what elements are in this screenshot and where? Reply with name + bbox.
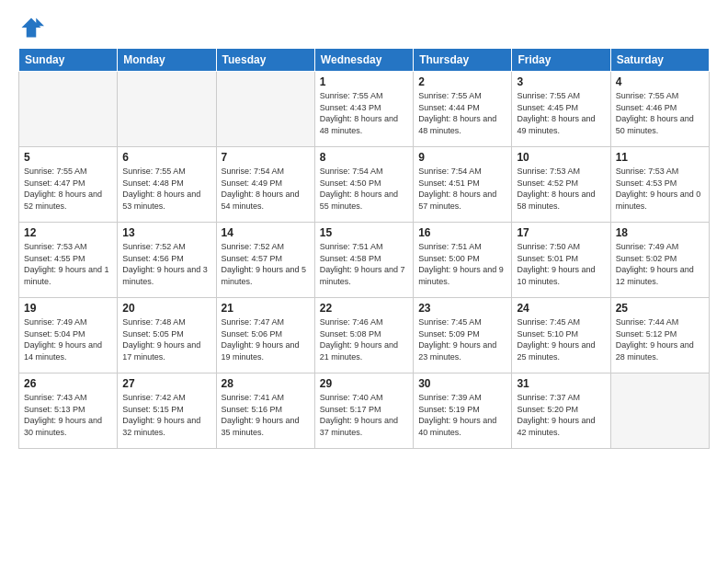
week-row-1: 1Sunrise: 7:55 AMSunset: 4:43 PMDaylight… xyxy=(19,72,710,147)
cell-info: Sunrise: 7:49 AMSunset: 5:04 PMDaylight:… xyxy=(24,316,112,362)
logo-icon xyxy=(18,15,44,40)
weekday-header-thursday: Thursday xyxy=(414,49,512,72)
calendar-cell: 29Sunrise: 7:40 AMSunset: 5:17 PMDayligh… xyxy=(314,373,413,449)
calendar-cell xyxy=(216,72,314,147)
week-row-5: 26Sunrise: 7:43 AMSunset: 5:13 PMDayligh… xyxy=(19,373,710,449)
calendar-cell: 5Sunrise: 7:55 AMSunset: 4:47 PMDaylight… xyxy=(19,147,118,223)
week-row-4: 19Sunrise: 7:49 AMSunset: 5:04 PMDayligh… xyxy=(19,298,710,373)
cell-info: Sunrise: 7:43 AMSunset: 5:13 PMDaylight:… xyxy=(24,392,112,438)
day-number: 17 xyxy=(517,226,605,239)
cell-info: Sunrise: 7:54 AMSunset: 4:50 PMDaylight:… xyxy=(320,166,408,212)
day-number: 31 xyxy=(517,377,605,390)
cell-info: Sunrise: 7:55 AMSunset: 4:44 PMDaylight:… xyxy=(418,90,506,136)
cell-info: Sunrise: 7:55 AMSunset: 4:43 PMDaylight:… xyxy=(320,90,408,136)
calendar-cell: 15Sunrise: 7:51 AMSunset: 4:58 PMDayligh… xyxy=(314,223,413,298)
day-number: 13 xyxy=(122,226,210,239)
day-number: 29 xyxy=(320,377,408,390)
day-number: 18 xyxy=(616,226,704,239)
cell-info: Sunrise: 7:48 AMSunset: 5:05 PMDaylight:… xyxy=(122,316,210,362)
calendar-cell: 25Sunrise: 7:44 AMSunset: 5:12 PMDayligh… xyxy=(610,298,709,373)
day-number: 7 xyxy=(222,151,310,164)
cell-info: Sunrise: 7:45 AMSunset: 5:10 PMDaylight:… xyxy=(517,316,605,362)
cell-info: Sunrise: 7:55 AMSunset: 4:47 PMDaylight:… xyxy=(24,166,112,212)
calendar: SundayMondayTuesdayWednesdayThursdayFrid… xyxy=(18,48,710,449)
calendar-cell: 1Sunrise: 7:55 AMSunset: 4:43 PMDaylight… xyxy=(314,72,413,147)
cell-info: Sunrise: 7:55 AMSunset: 4:46 PMDaylight:… xyxy=(616,90,704,136)
calendar-cell: 10Sunrise: 7:53 AMSunset: 4:52 PMDayligh… xyxy=(512,147,610,223)
day-number: 27 xyxy=(122,377,210,390)
day-number: 3 xyxy=(517,75,605,88)
cell-info: Sunrise: 7:42 AMSunset: 5:15 PMDaylight:… xyxy=(122,392,210,438)
weekday-header-monday: Monday xyxy=(118,49,216,72)
calendar-cell: 22Sunrise: 7:46 AMSunset: 5:08 PMDayligh… xyxy=(314,298,413,373)
day-number: 6 xyxy=(122,151,210,164)
calendar-cell: 6Sunrise: 7:55 AMSunset: 4:48 PMDaylight… xyxy=(118,147,216,223)
weekday-header-row: SundayMondayTuesdayWednesdayThursdayFrid… xyxy=(19,49,710,72)
cell-info: Sunrise: 7:49 AMSunset: 5:02 PMDaylight:… xyxy=(616,241,704,287)
day-number: 16 xyxy=(418,226,506,239)
calendar-cell: 21Sunrise: 7:47 AMSunset: 5:06 PMDayligh… xyxy=(216,298,314,373)
cell-info: Sunrise: 7:55 AMSunset: 4:45 PMDaylight:… xyxy=(517,90,605,136)
calendar-cell: 31Sunrise: 7:37 AMSunset: 5:20 PMDayligh… xyxy=(512,373,610,449)
weekday-header-sunday: Sunday xyxy=(19,49,118,72)
calendar-cell: 23Sunrise: 7:45 AMSunset: 5:09 PMDayligh… xyxy=(414,298,512,373)
cell-info: Sunrise: 7:41 AMSunset: 5:16 PMDaylight:… xyxy=(222,392,310,438)
cell-info: Sunrise: 7:54 AMSunset: 4:51 PMDaylight:… xyxy=(418,166,506,212)
calendar-cell: 27Sunrise: 7:42 AMSunset: 5:15 PMDayligh… xyxy=(118,373,216,449)
cell-info: Sunrise: 7:51 AMSunset: 5:00 PMDaylight:… xyxy=(418,241,506,287)
day-number: 20 xyxy=(122,302,210,315)
day-number: 28 xyxy=(222,377,310,390)
cell-info: Sunrise: 7:47 AMSunset: 5:06 PMDaylight:… xyxy=(222,316,310,362)
cell-info: Sunrise: 7:53 AMSunset: 4:53 PMDaylight:… xyxy=(616,166,704,212)
cell-info: Sunrise: 7:50 AMSunset: 5:01 PMDaylight:… xyxy=(517,241,605,287)
calendar-cell: 30Sunrise: 7:39 AMSunset: 5:19 PMDayligh… xyxy=(414,373,512,449)
header xyxy=(18,15,710,40)
cell-info: Sunrise: 7:52 AMSunset: 4:56 PMDaylight:… xyxy=(122,241,210,287)
day-number: 10 xyxy=(517,151,605,164)
day-number: 4 xyxy=(616,75,704,88)
calendar-cell: 26Sunrise: 7:43 AMSunset: 5:13 PMDayligh… xyxy=(19,373,118,449)
day-number: 19 xyxy=(24,302,112,315)
cell-info: Sunrise: 7:40 AMSunset: 5:17 PMDaylight:… xyxy=(320,392,408,438)
cell-info: Sunrise: 7:55 AMSunset: 4:48 PMDaylight:… xyxy=(122,166,210,212)
cell-info: Sunrise: 7:46 AMSunset: 5:08 PMDaylight:… xyxy=(320,316,408,362)
week-row-2: 5Sunrise: 7:55 AMSunset: 4:47 PMDaylight… xyxy=(19,147,710,223)
cell-info: Sunrise: 7:52 AMSunset: 4:57 PMDaylight:… xyxy=(222,241,310,287)
cell-info: Sunrise: 7:51 AMSunset: 4:58 PMDaylight:… xyxy=(320,241,408,287)
day-number: 9 xyxy=(418,151,506,164)
calendar-cell: 3Sunrise: 7:55 AMSunset: 4:45 PMDaylight… xyxy=(512,72,610,147)
day-number: 30 xyxy=(418,377,506,390)
calendar-cell: 18Sunrise: 7:49 AMSunset: 5:02 PMDayligh… xyxy=(610,223,709,298)
calendar-cell: 24Sunrise: 7:45 AMSunset: 5:10 PMDayligh… xyxy=(512,298,610,373)
page: SundayMondayTuesdayWednesdayThursdayFrid… xyxy=(0,0,728,563)
cell-info: Sunrise: 7:54 AMSunset: 4:49 PMDaylight:… xyxy=(222,166,310,212)
cell-info: Sunrise: 7:44 AMSunset: 5:12 PMDaylight:… xyxy=(616,316,704,362)
calendar-cell xyxy=(610,373,709,449)
day-number: 15 xyxy=(320,226,408,239)
weekday-header-wednesday: Wednesday xyxy=(314,49,413,72)
day-number: 5 xyxy=(24,151,112,164)
weekday-header-friday: Friday xyxy=(512,49,610,72)
day-number: 25 xyxy=(616,302,704,315)
calendar-cell: 17Sunrise: 7:50 AMSunset: 5:01 PMDayligh… xyxy=(512,223,610,298)
cell-info: Sunrise: 7:53 AMSunset: 4:55 PMDaylight:… xyxy=(24,241,112,287)
cell-info: Sunrise: 7:37 AMSunset: 5:20 PMDaylight:… xyxy=(517,392,605,438)
calendar-cell: 16Sunrise: 7:51 AMSunset: 5:00 PMDayligh… xyxy=(414,223,512,298)
day-number: 12 xyxy=(24,226,112,239)
calendar-cell xyxy=(19,72,118,147)
calendar-cell: 11Sunrise: 7:53 AMSunset: 4:53 PMDayligh… xyxy=(610,147,709,223)
calendar-cell: 9Sunrise: 7:54 AMSunset: 4:51 PMDaylight… xyxy=(414,147,512,223)
weekday-header-tuesday: Tuesday xyxy=(216,49,314,72)
calendar-cell: 19Sunrise: 7:49 AMSunset: 5:04 PMDayligh… xyxy=(19,298,118,373)
day-number: 2 xyxy=(418,75,506,88)
day-number: 21 xyxy=(222,302,310,315)
day-number: 24 xyxy=(517,302,605,315)
calendar-cell: 12Sunrise: 7:53 AMSunset: 4:55 PMDayligh… xyxy=(19,223,118,298)
day-number: 1 xyxy=(320,75,408,88)
week-row-3: 12Sunrise: 7:53 AMSunset: 4:55 PMDayligh… xyxy=(19,223,710,298)
calendar-cell: 8Sunrise: 7:54 AMSunset: 4:50 PMDaylight… xyxy=(314,147,413,223)
logo-area xyxy=(18,15,46,40)
day-number: 8 xyxy=(320,151,408,164)
cell-info: Sunrise: 7:39 AMSunset: 5:19 PMDaylight:… xyxy=(418,392,506,438)
day-number: 26 xyxy=(24,377,112,390)
